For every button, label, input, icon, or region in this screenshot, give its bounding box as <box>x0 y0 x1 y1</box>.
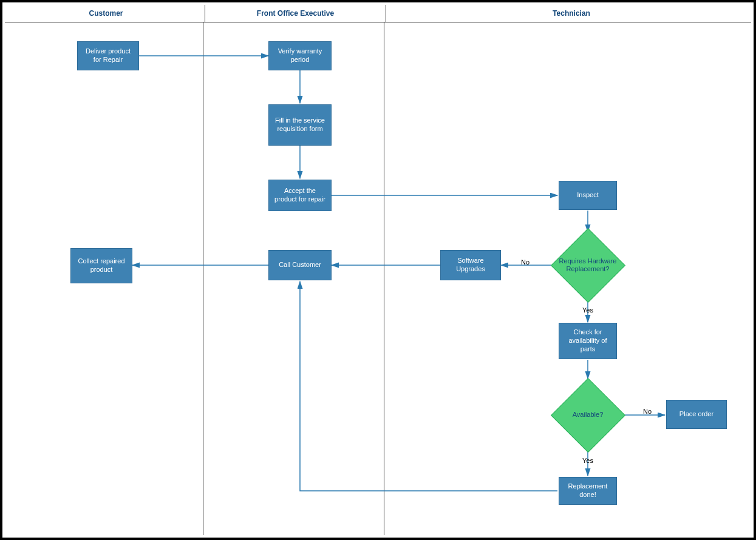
edge-label-yes: Yes <box>582 457 593 464</box>
decision-label: Requires Hardware Replacement? <box>557 257 618 273</box>
box-check-parts: Check for availability of parts <box>559 323 617 359</box>
box-software-upgrades: Software Upgrades <box>440 250 501 280</box>
box-verify-warranty: Verify warranty period <box>268 41 332 70</box>
box-call-customer: Call Customer <box>268 250 332 280</box>
box-label: Replacement done! <box>563 482 613 499</box>
box-label: Accept the product for repair <box>273 187 327 204</box>
edge-label-no: No <box>643 408 652 415</box>
box-deliver-product: Deliver product for Repair <box>77 41 139 70</box>
lane-header-front-office: Front Office Executive <box>205 5 386 22</box>
box-inspect: Inspect <box>559 181 617 210</box>
box-accept-product: Accept the product for repair <box>268 180 332 211</box>
box-label: Collect repaired product <box>75 257 128 274</box>
box-label: Call Customer <box>279 261 321 269</box>
box-label: Software Upgrades <box>444 257 497 274</box>
edge-label-no: No <box>521 258 530 266</box>
lane-label: Customer <box>89 9 123 18</box>
box-fill-requisition: Fill in the service requisition form <box>268 104 332 146</box>
lane-label: Technician <box>553 9 590 18</box>
decision-hardware-replacement: Requires Hardware Replacement? <box>551 229 624 302</box>
edge-label-yes: Yes <box>582 306 593 314</box>
lane-header-band: Customer Front Office Executive Technici… <box>5 5 751 22</box>
box-replacement-done: Replacement done! <box>559 477 617 505</box>
box-collect-product: Collect repaired product <box>70 248 132 283</box>
box-label: Deliver product for Repair <box>81 47 135 64</box>
decision-available: Available? <box>551 379 624 451</box>
lane-divider <box>203 22 203 535</box>
lane-header-customer: Customer <box>7 5 205 22</box>
box-label: Inspect <box>577 191 598 200</box>
swimlane-diagram: Customer Front Office Executive Technici… <box>0 0 756 540</box>
box-label: Place order <box>679 410 713 419</box>
box-label: Check for availability of parts <box>563 328 613 353</box>
lane-label: Front Office Executive <box>257 9 334 18</box>
lane-header-technician: Technician <box>386 5 756 22</box>
decision-label: Available? <box>573 411 604 419</box>
box-label: Fill in the service requisition form <box>273 116 327 133</box>
lane-divider <box>384 22 384 535</box>
box-label: Verify warranty period <box>273 47 327 64</box>
box-place-order: Place order <box>666 400 727 429</box>
